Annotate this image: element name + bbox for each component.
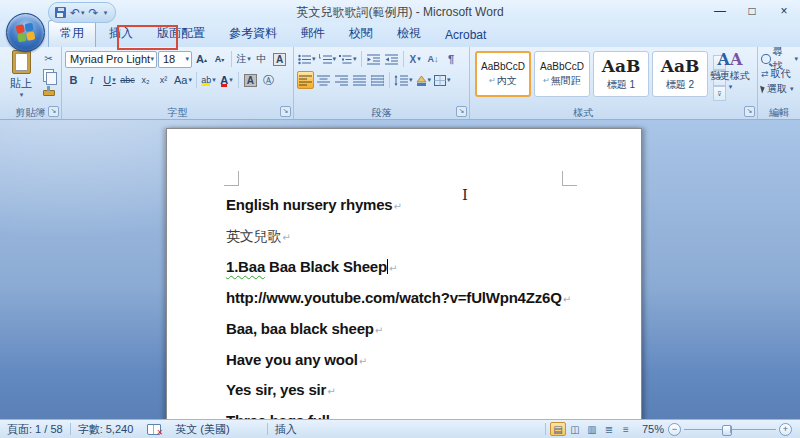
draft-view-button[interactable]: ≡ bbox=[618, 422, 634, 436]
outline-view-button[interactable]: ≣ bbox=[601, 422, 617, 436]
shrink-font-button[interactable]: A▾ bbox=[211, 50, 228, 68]
document-page[interactable]: English nursery rhymes↵ 英文兒歌↵ 1.Baa Baa … bbox=[166, 128, 642, 420]
fullscreen-view-button[interactable]: ◫ bbox=[567, 422, 583, 436]
insert-mode-indicator[interactable]: 插入 bbox=[268, 420, 304, 438]
clipboard-dialog-launcher[interactable]: ↘ bbox=[48, 106, 59, 117]
style-no-spacing[interactable]: AaBbCcD ↵無間距 bbox=[534, 51, 590, 97]
replace-button[interactable]: ⇄取代 bbox=[761, 67, 798, 81]
character-shading-button[interactable]: A bbox=[242, 71, 259, 89]
phonetic-guide-button[interactable]: 注▾ bbox=[235, 50, 252, 68]
tab-insert[interactable]: 插入 bbox=[98, 21, 144, 47]
asian-layout-button[interactable]: X▾ bbox=[407, 50, 424, 68]
subscript-button[interactable]: x₂ bbox=[137, 71, 154, 89]
font-color-button[interactable]: A▾ bbox=[218, 71, 235, 89]
qat-customize-button[interactable]: ▾ bbox=[103, 9, 108, 16]
tab-references[interactable]: 參考資料 bbox=[218, 21, 288, 47]
decrease-indent-button[interactable] bbox=[365, 50, 382, 68]
superscript-button[interactable]: x² bbox=[155, 71, 172, 89]
enclose-characters-button[interactable]: Ⓐ bbox=[260, 71, 277, 89]
minimize-button[interactable]: — bbox=[704, 0, 736, 22]
undo-button[interactable]: ↶▾ bbox=[70, 7, 85, 19]
distribute-button[interactable] bbox=[369, 71, 386, 89]
tab-home[interactable]: 常用 bbox=[48, 20, 96, 47]
justify-button[interactable] bbox=[351, 71, 368, 89]
doc-line: http://www.youtube.com/watch?v=fUlWpn4Zz… bbox=[226, 284, 571, 315]
return-icon: ↵ bbox=[543, 76, 550, 85]
bold-button[interactable]: B bbox=[65, 71, 82, 89]
print-layout-view-button[interactable]: ▤ bbox=[550, 422, 566, 436]
subscript-icon: x₂ bbox=[142, 75, 150, 85]
language-indicator[interactable]: 英文 (美國) bbox=[168, 420, 236, 438]
change-case-button[interactable]: Aa▾ bbox=[173, 71, 193, 89]
office-button[interactable] bbox=[6, 13, 45, 52]
paragraph-dialog-launcher[interactable]: ↘ bbox=[456, 106, 467, 117]
shading-button[interactable]: ▾ bbox=[415, 71, 433, 89]
chinese-convert-button[interactable]: 中 bbox=[253, 50, 270, 68]
redo-button[interactable]: ↷ bbox=[89, 7, 99, 19]
window-controls: — □ × bbox=[704, 0, 800, 22]
align-right-button[interactable] bbox=[333, 71, 350, 89]
multilevel-list-button[interactable]: ▾ bbox=[338, 50, 358, 68]
zoom-slider-thumb[interactable] bbox=[722, 425, 732, 436]
document-text[interactable]: English nursery rhymes↵ 英文兒歌↵ 1.Baa Baa … bbox=[226, 191, 571, 420]
select-button[interactable]: 選取▾ bbox=[761, 82, 798, 96]
style-normal[interactable]: AaBbCcD ↵內文 bbox=[475, 51, 531, 97]
align-center-button[interactable] bbox=[315, 71, 332, 89]
italic-button[interactable]: I bbox=[83, 71, 100, 89]
numbering-button[interactable]: ▾ bbox=[318, 50, 338, 68]
change-styles-button[interactable]: AA 變更樣式 ▾ bbox=[709, 51, 751, 103]
save-button[interactable] bbox=[55, 7, 66, 18]
bullets-button[interactable]: ▾ bbox=[297, 50, 317, 68]
font-size-combo[interactable]: 18 ▾ bbox=[158, 51, 192, 68]
highlight-icon: ab bbox=[201, 75, 211, 85]
doc-line: 英文兒歌↵ bbox=[226, 222, 571, 253]
grow-font-button[interactable]: A▴ bbox=[193, 50, 210, 68]
tab-mailings[interactable]: 郵件 bbox=[290, 21, 336, 47]
strikethrough-button[interactable]: abc bbox=[119, 71, 136, 89]
proofing-status[interactable]: ✕ bbox=[140, 420, 168, 438]
line-spacing-button[interactable]: ▾ bbox=[393, 71, 414, 89]
close-button[interactable]: × bbox=[768, 0, 800, 22]
font-dialog-launcher[interactable]: ↘ bbox=[280, 106, 291, 117]
underline-button[interactable]: U▾ bbox=[101, 71, 118, 89]
paragraph-mark-icon: ↵ bbox=[359, 356, 367, 367]
tab-acrobat[interactable]: Acrobat bbox=[434, 24, 497, 47]
view-shortcuts: ▤ ◫ ▥ ≣ ≡ bbox=[550, 422, 634, 436]
zoom-track[interactable] bbox=[684, 424, 776, 435]
tab-view[interactable]: 檢視 bbox=[386, 21, 432, 47]
page-indicator[interactable]: 頁面: 1 / 58 bbox=[0, 420, 70, 438]
phonetic-dropdown-icon: ▾ bbox=[247, 55, 251, 63]
find-button[interactable]: 尋找▾ bbox=[761, 52, 798, 66]
zoom-slider: − + bbox=[668, 423, 792, 436]
web-layout-view-button[interactable]: ▥ bbox=[584, 422, 600, 436]
paste-button[interactable]: 貼上 ▾ bbox=[5, 50, 37, 104]
format-painter-button[interactable] bbox=[41, 85, 56, 100]
copy-button[interactable] bbox=[41, 68, 56, 83]
style-heading2[interactable]: AaB 標題 2 bbox=[652, 51, 708, 97]
font-group: Myriad Pro Light ▾ 18 ▾ A▴ A▾ 注▾ 中 A B I… bbox=[62, 47, 294, 119]
styles-group-label: 樣式 bbox=[470, 106, 757, 119]
editing-group-label: 編輯 bbox=[758, 106, 800, 119]
zoom-in-button[interactable]: + bbox=[779, 423, 792, 436]
show-marks-button[interactable]: ¶ bbox=[443, 50, 460, 68]
font-color-dropdown-icon: ▾ bbox=[229, 76, 233, 84]
zoom-out-button[interactable]: − bbox=[668, 423, 681, 436]
styles-dialog-launcher[interactable]: ↘ bbox=[744, 106, 755, 117]
cut-button[interactable]: ✂ bbox=[41, 51, 56, 66]
increase-indent-icon bbox=[385, 54, 398, 65]
highlight-button[interactable]: ab▾ bbox=[200, 71, 217, 89]
maximize-button[interactable]: □ bbox=[736, 0, 768, 22]
zoom-level[interactable]: 75% bbox=[638, 423, 668, 435]
style-heading1[interactable]: AaB 標題 1 bbox=[593, 51, 649, 97]
align-left-button[interactable] bbox=[297, 71, 314, 89]
character-border-button[interactable]: A bbox=[271, 50, 288, 68]
align-center-icon bbox=[317, 75, 330, 86]
borders-button[interactable]: ▾ bbox=[433, 71, 452, 89]
tab-page-layout[interactable]: 版面配置 bbox=[146, 21, 216, 47]
tab-review[interactable]: 校閱 bbox=[338, 21, 384, 47]
font-name-combo[interactable]: Myriad Pro Light ▾ bbox=[65, 51, 157, 68]
clipboard-group: 貼上 ▾ ✂ 剪貼簿 ↘ bbox=[0, 47, 62, 119]
increase-indent-button[interactable] bbox=[383, 50, 400, 68]
word-count[interactable]: 字數: 5,240 bbox=[71, 420, 141, 438]
sort-button[interactable]: A↓ bbox=[425, 50, 442, 68]
